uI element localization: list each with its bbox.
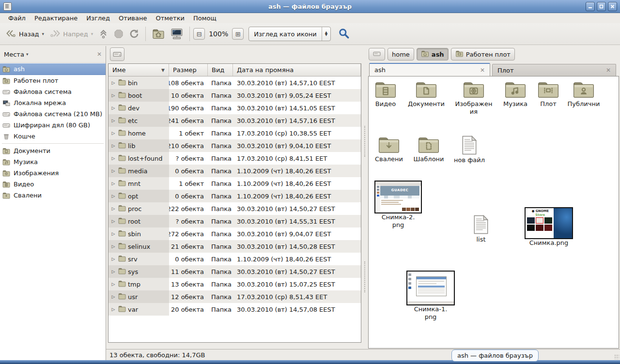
tree-row-media[interactable]: ▷media0 обектаПапка1.10.2009 (чт) 18,40,… [108, 165, 361, 177]
expander-icon[interactable]: ▷ [110, 118, 116, 123]
column-header-0[interactable]: Име▼ [108, 64, 169, 76]
minimize-button[interactable] [586, 2, 595, 11]
expander-icon[interactable]: ▷ [110, 206, 116, 211]
reload-button[interactable] [126, 27, 142, 41]
tab-plot[interactable]: Плот ✕ [492, 64, 616, 76]
close-button[interactable] [608, 2, 617, 11]
expander-icon[interactable]: ▷ [110, 231, 116, 236]
menu-bookmarks[interactable]: Отметки [151, 14, 188, 23]
icon-item-Видео[interactable]: Видео [368, 80, 407, 108]
expander-icon[interactable]: ▷ [110, 168, 116, 173]
places-selector[interactable]: Места ▾ [4, 51, 28, 58]
back-history-arrow[interactable]: ▾ [42, 31, 45, 36]
places-item-3[interactable]: Локална мрежа [0, 97, 106, 108]
places-item-0[interactable]: ash [0, 63, 106, 75]
expander-icon[interactable]: ▷ [110, 194, 116, 198]
tree-row-bin[interactable]: ▷bin108 обектаПапка30.03.2010 (вт) 14,57… [108, 76, 361, 89]
icon-item-list[interactable]: list [459, 215, 503, 243]
places-item-10[interactable]: Видео [0, 179, 106, 190]
expander-icon[interactable]: ▷ [110, 244, 116, 249]
tree-row-srv[interactable]: ▷srv0 обектаПапка1.10.2009 (чт) 18,40,26… [108, 253, 361, 265]
tree-row-mnt[interactable]: ▷mnt1 обектПапка1.10.2009 (чт) 18,40,26 … [108, 177, 361, 190]
back-button[interactable]: Назад ▾ [3, 27, 47, 41]
menu-help[interactable]: Помощ [189, 14, 221, 23]
expander-icon[interactable]: ▷ [110, 143, 116, 148]
view-mode-select[interactable]: Изглед като икони ▲▼ [248, 27, 331, 41]
icon-item-Свалени[interactable]: Свалени [368, 136, 411, 163]
up-button[interactable] [96, 27, 111, 41]
expander-icon[interactable]: ▷ [110, 131, 116, 136]
forward-history-arrow[interactable]: ▾ [91, 31, 93, 36]
computer-button[interactable] [168, 26, 186, 42]
column-header-1[interactable]: Размер [169, 64, 208, 76]
expander-icon[interactable]: ▷ [110, 93, 116, 98]
tree-row-root[interactable]: ▷root? обектаПапка30.03.2010 (вт) 14,55,… [108, 215, 361, 228]
tab-ash[interactable]: ash ✕ [369, 63, 490, 76]
tree-row-proc[interactable]: ▷proc222 обектаПапка30.03.2010 (вт) 14,5… [108, 202, 361, 215]
places-item-2[interactable]: Файлова система [0, 86, 106, 97]
tree-row-dev[interactable]: ▷dev190 обектаПапка30.03.2010 (вт) 14,51… [108, 102, 361, 114]
tree-row-var[interactable]: ▷var20 обектаПапка30.03.2010 (вт) 14,57,… [108, 303, 361, 316]
expander-icon[interactable]: ▷ [110, 294, 116, 299]
expander-icon[interactable]: ▷ [110, 282, 116, 287]
zoom-in-button[interactable]: ⊞ [232, 28, 244, 40]
expander-icon[interactable]: ▷ [110, 106, 116, 110]
menu-view[interactable]: Изглед [82, 14, 114, 23]
home-button[interactable] [149, 26, 168, 42]
places-close-icon[interactable]: ✕ [97, 51, 102, 58]
titlebar[interactable]: ash — файлов браузър [0, 0, 620, 13]
expander-icon[interactable]: ▷ [110, 307, 116, 312]
icon-item-нов файл[interactable]: нов файл [448, 136, 491, 164]
expander-icon[interactable]: ▷ [110, 257, 116, 261]
tree-row-etc[interactable]: ▷etc241 обектаПапка30.03.2010 (вт) 14,57… [108, 114, 361, 127]
icon-item-Изображен[interactable]: Изображения [452, 80, 496, 116]
icon-item-Шаблони[interactable]: Шаблони [407, 136, 450, 163]
tree-row-selinux[interactable]: ▷selinux21 обектаПапка30.03.2010 (вт) 14… [108, 240, 361, 253]
places-item-11[interactable]: Свалени [0, 190, 106, 201]
forward-button[interactable]: Напред ▾ [47, 27, 96, 41]
places-item-6[interactable]: Кошче [0, 131, 106, 142]
expander-icon[interactable]: ▷ [110, 156, 116, 161]
search-button[interactable] [337, 26, 351, 42]
maximize-button[interactable] [597, 2, 606, 11]
tree-row-lost+found[interactable]: ▷lost+found? обектаПапка17.03.2010 (ср) … [108, 152, 361, 165]
expander-icon[interactable]: ▷ [110, 181, 116, 186]
menu-edit[interactable]: Редактиране [30, 14, 82, 23]
places-item-8[interactable]: Музика [0, 156, 106, 167]
root-location-button[interactable] [110, 47, 124, 61]
icon-item-Публични[interactable]: Публични [562, 80, 605, 108]
column-header-2[interactable]: Вид [208, 64, 233, 76]
tree-row-sys[interactable]: ▷sys11 обектаПапка30.03.2010 (вт) 14,50,… [108, 265, 361, 278]
stop-button[interactable] [111, 27, 126, 41]
places-item-9[interactable]: Изображения [0, 167, 106, 179]
icon-item-Снимка-1.[interactable]: Снимка-1.png [404, 271, 457, 321]
tree-row-lib[interactable]: ▷lib210 обектаПапка30.03.2010 (вт) 9,04,… [108, 139, 361, 152]
tree-row-boot[interactable]: ▷boot10 обектаПапка30.03.2010 (вт) 9,05,… [108, 89, 361, 102]
breadcrumb-home-button[interactable]: home [388, 48, 414, 61]
tree-row-home[interactable]: ▷home1 обектПапка17.03.2010 (ср) 10,38,5… [108, 127, 361, 139]
tree-row-sbin[interactable]: ▷sbin272 обектаПапка30.03.2010 (вт) 9,04… [108, 228, 361, 240]
places-item-5[interactable]: Шифриран дял (80 GB) [0, 120, 106, 131]
icon-item-Снимка-2.[interactable]: GUADECСнимка-2.png [372, 181, 425, 229]
tree-row-usr[interactable]: ▷usr12 обектаПапка17.03.2010 (ср) 8,51,4… [108, 290, 361, 303]
places-item-7[interactable]: Документи [0, 145, 106, 156]
expander-icon[interactable]: ▷ [110, 80, 116, 85]
icon-item-Снимка.png[interactable]: ● GNOME StoreСнимка.png [522, 207, 575, 247]
zoom-out-button[interactable]: ⊟ [193, 28, 205, 40]
places-item-4[interactable]: Файлова система (210 MB) [0, 108, 106, 120]
view-mode-spinner[interactable]: ▲▼ [322, 27, 330, 41]
expander-icon[interactable]: ▷ [110, 219, 116, 224]
breadcrumb-ash-button[interactable]: ash [417, 48, 449, 61]
tree-row-opt[interactable]: ▷opt0 обектаПапка1.10.2009 (чт) 18,40,26… [108, 190, 361, 202]
column-header-3[interactable]: Дата на промяна [233, 64, 361, 76]
tree-row-tmp[interactable]: ▷tmp13 обектаПапка30.03.2010 (вт) 15,07,… [108, 278, 361, 290]
resize-grip[interactable] [614, 354, 619, 359]
tab-close-icon[interactable]: ✕ [606, 67, 611, 74]
tab-close-icon[interactable]: ✕ [480, 67, 485, 74]
menu-file[interactable]: Файл [4, 14, 30, 23]
breadcrumb-root-button[interactable] [369, 48, 385, 61]
expander-icon[interactable]: ▷ [110, 269, 116, 274]
menu-go[interactable]: Отиване [114, 14, 151, 23]
places-item-1[interactable]: Работен плот [0, 75, 106, 86]
breadcrumb-desktop-button[interactable]: Работен плот [451, 48, 515, 61]
